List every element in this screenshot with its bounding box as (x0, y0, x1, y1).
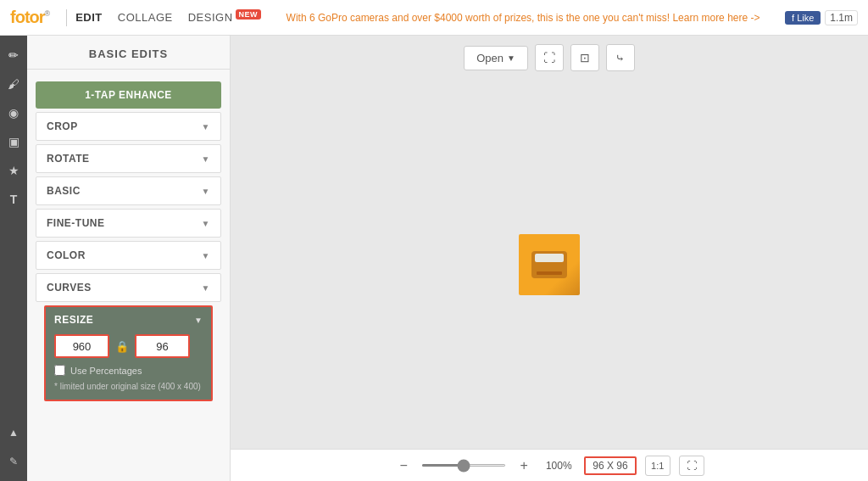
resize-height-input[interactable] (135, 334, 190, 358)
resize-inputs: 🔒 (54, 334, 203, 358)
main-area: ✏ 🖌 ◉ ▣ ★ T ▲ ✎ BASIC EDITS 1-TAP ENHANC… (0, 36, 868, 481)
resize-section: RESIZE ▼ 🔒 Use Percentages * limited und… (44, 305, 213, 401)
canvas-area: Open ▼ ⛶ ⊡ ⤷ − + 100% 96 X 96 1:1 ⛶ (231, 36, 868, 481)
paint-icon-btn[interactable]: 🖌 (3, 73, 25, 95)
star-icon-btn[interactable]: ★ (3, 159, 25, 182)
logo: fotor® (10, 8, 49, 27)
nav-design[interactable]: DESIGNNEW (188, 10, 261, 24)
finetune-arrow-icon: ▼ (202, 219, 210, 228)
resize-checkbox-row: Use Percentages (54, 365, 203, 376)
edit-icon-btn[interactable]: ✎ (3, 450, 25, 473)
resize-note: * limited under original size (400 x 400… (54, 381, 203, 393)
open-button[interactable]: Open ▼ (464, 46, 528, 70)
lock-icon[interactable]: 🔒 (114, 338, 130, 354)
crop-tool-icon-btn[interactable]: ⊡ (570, 44, 599, 71)
resize-label: RESIZE (54, 314, 93, 326)
eye-icon-btn[interactable]: ◉ (3, 102, 25, 124)
fullscreen-icon-btn[interactable]: ⛶ (535, 44, 564, 71)
fb-like-button[interactable]: f Like (785, 11, 821, 25)
zoom-out-button[interactable]: − (394, 456, 413, 475)
top-nav: fotor® EDIT COLLAGE DESIGNNEW With 6 GoP… (0, 0, 868, 36)
canvas-workspace (231, 80, 868, 449)
upload-icon-btn[interactable]: ▲ (3, 422, 25, 444)
fb-count: 1.1m (825, 10, 858, 25)
rotate-arrow-icon: ▼ (202, 154, 210, 164)
crop-arrow-icon: ▼ (202, 122, 210, 131)
basic-arrow-icon: ▼ (202, 187, 210, 196)
curves-arrow-icon: ▼ (202, 283, 210, 293)
color-arrow-icon: ▼ (202, 251, 210, 260)
text-icon-btn[interactable]: T (3, 188, 25, 210)
ratio-button[interactable]: 1:1 (645, 456, 670, 476)
typewriter-graphic (531, 251, 567, 278)
nav-collage[interactable]: COLLAGE (118, 11, 173, 24)
size-display: 96 X 96 (584, 456, 636, 475)
fullscreen-button[interactable]: ⛶ (679, 456, 704, 476)
pencil-icon-btn[interactable]: ✏ (3, 44, 25, 66)
nav-edit[interactable]: EDIT (75, 11, 103, 24)
nav-links: EDIT COLLAGE DESIGNNEW (75, 10, 261, 24)
zoom-in-button[interactable]: + (515, 456, 533, 475)
zoom-percent: 100% (542, 460, 576, 472)
open-dropdown-icon: ▼ (507, 53, 515, 63)
frame-icon-btn[interactable]: ▣ (3, 131, 25, 153)
left-panel: BASIC EDITS 1-TAP ENHANCE CROP ▼ ROTATE … (27, 36, 231, 481)
share-icon-btn[interactable]: ⤷ (606, 44, 635, 71)
nav-divider (66, 9, 67, 26)
accordion-finetune[interactable]: FINE-TUNE ▼ (36, 209, 221, 238)
accordion-rotate[interactable]: ROTATE ▼ (36, 144, 221, 173)
nav-fb: f Like 1.1m (785, 10, 858, 25)
panel-title: BASIC EDITS (27, 36, 230, 70)
nav-promo[interactable]: With 6 GoPro cameras and over $4000 wort… (261, 12, 785, 24)
canvas-image (519, 234, 580, 295)
resize-arrow-icon: ▼ (194, 316, 203, 325)
accordion-basic[interactable]: BASIC ▼ (36, 176, 221, 205)
canvas-toolbar: Open ▼ ⛶ ⊡ ⤷ (231, 36, 868, 80)
resize-width-input[interactable] (54, 334, 109, 358)
resize-header[interactable]: RESIZE ▼ (54, 314, 203, 326)
accordion-curves[interactable]: CURVES ▼ (36, 273, 221, 302)
icon-bar: ✏ 🖌 ◉ ▣ ★ T ▲ ✎ (0, 36, 27, 481)
new-badge: NEW (236, 9, 262, 20)
bottom-bar: − + 100% 96 X 96 1:1 ⛶ (231, 449, 868, 481)
use-percentages-checkbox[interactable] (54, 365, 65, 376)
accordion-color[interactable]: COLOR ▼ (36, 241, 221, 270)
tap-enhance-button[interactable]: 1-TAP ENHANCE (36, 81, 221, 109)
panel-section: 1-TAP ENHANCE CROP ▼ ROTATE ▼ BASIC ▼ FI… (27, 70, 230, 408)
accordion-crop[interactable]: CROP ▼ (36, 112, 221, 141)
use-percentages-label[interactable]: Use Percentages (70, 366, 142, 376)
zoom-slider[interactable] (421, 464, 506, 467)
